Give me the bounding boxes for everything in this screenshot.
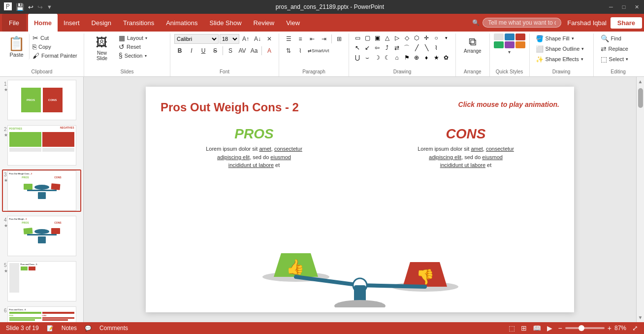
- shape-rect[interactable]: ▭: [353, 33, 362, 42]
- arrange-button[interactable]: ⧉ Arrange: [460, 33, 485, 56]
- shape-fill-btn[interactable]: 🪣 Shape Fill ▾: [534, 33, 586, 43]
- shape-arrow4[interactable]: ⤴: [383, 43, 391, 52]
- convert-smartart-btn[interactable]: ⇄SmartArt: [307, 45, 330, 56]
- zoom-out-btn[interactable]: −: [558, 324, 562, 332]
- comments-btn[interactable]: Comments: [99, 325, 128, 332]
- notes-btn[interactable]: Notes: [62, 325, 77, 332]
- slide-thumb-4[interactable]: 4 ★ Pros Out Weigh - 3 PROS CONS: [2, 215, 81, 257]
- shape-fill-dropdown[interactable]: ▾: [572, 36, 574, 41]
- slide-thumb-3[interactable]: 3 ★ Pros Out Weigh Cons - 2 PROS CONS: [2, 169, 81, 212]
- numbering-btn[interactable]: ≡: [295, 33, 306, 44]
- shape-hexa[interactable]: ⬡: [412, 33, 421, 42]
- new-slide-button[interactable]: 🖼 New Slide: [88, 33, 116, 63]
- qs-item-2[interactable]: [505, 33, 515, 40]
- slide-sorter-btn[interactable]: ⊞: [521, 324, 527, 332]
- shape-outline-dropdown[interactable]: ▾: [581, 46, 584, 51]
- shape-circ[interactable]: ○: [432, 33, 441, 42]
- shape-arrow5[interactable]: ⇄: [392, 43, 401, 52]
- shape-b10[interactable]: ✿: [442, 53, 451, 62]
- redo-icon[interactable]: ↪: [37, 3, 43, 11]
- shape-line2[interactable]: ╲: [422, 43, 431, 52]
- slide-canvas[interactable]: Pros Out Weigh Cons - 2 Click mouse to p…: [146, 87, 574, 312]
- font-color-btn[interactable]: A: [264, 45, 275, 56]
- shape-arrow1[interactable]: ↖: [353, 43, 362, 52]
- italic-btn[interactable]: I: [186, 45, 197, 56]
- shape-arrow2[interactable]: ↙: [363, 43, 372, 52]
- bullets-btn[interactable]: ☰: [283, 33, 294, 44]
- customize-icon[interactable]: ▼: [47, 4, 52, 10]
- font-size-select[interactable]: 18: [220, 34, 239, 44]
- menu-view[interactable]: View: [280, 14, 306, 32]
- decrease-font-btn[interactable]: A↓: [252, 33, 263, 44]
- reading-view-btn[interactable]: 📖: [533, 324, 541, 332]
- slide-thumb-5[interactable]: 5 ★ Pros and Cons - 5: [2, 260, 81, 302]
- select-button[interactable]: ⬚ Select ▾: [598, 54, 632, 64]
- shape-curve[interactable]: ⌒: [402, 43, 411, 52]
- zoom-slider[interactable]: [565, 327, 605, 329]
- normal-view-btn[interactable]: ⬚: [509, 324, 515, 332]
- paste-button[interactable]: 📋 Paste: [4, 33, 30, 60]
- replace-button[interactable]: ⇄ Replace: [598, 44, 632, 54]
- increase-indent-btn[interactable]: ⇥: [319, 33, 329, 44]
- restore-btn[interactable]: □: [620, 3, 627, 10]
- shape-effects-btn[interactable]: ✨ Shape Effects ▾: [534, 54, 586, 64]
- share-button[interactable]: Share: [611, 17, 642, 29]
- select-dropdown[interactable]: ▾: [626, 57, 628, 62]
- shape-b3[interactable]: ☽: [373, 53, 382, 62]
- qs-item-3[interactable]: [515, 33, 525, 40]
- reset-button[interactable]: ↺ Reset: [117, 42, 166, 51]
- shape-b7[interactable]: ⊕: [412, 53, 421, 62]
- close-btn[interactable]: ✕: [633, 3, 640, 10]
- slide-thumb-2[interactable]: 2 ★ POSITIVES NEGATIVES: [2, 124, 81, 167]
- slide-thumb-1[interactable]: 1 ★ PROS CONS: [2, 79, 81, 121]
- scroll-thumb[interactable]: [638, 88, 643, 108]
- qs-item-5[interactable]: [505, 41, 515, 48]
- underline-btn[interactable]: U: [198, 45, 209, 56]
- find-button[interactable]: 🔍 Find: [598, 33, 632, 43]
- undo-icon[interactable]: ↩: [28, 3, 33, 11]
- shape-arrow3[interactable]: ⇦: [373, 43, 382, 52]
- clear-format-btn[interactable]: ✕: [264, 33, 275, 44]
- menu-animations[interactable]: Animations: [160, 14, 203, 32]
- menu-home[interactable]: Home: [28, 14, 58, 32]
- text-dir-btn[interactable]: ⇅: [283, 45, 294, 56]
- char-spacing-btn[interactable]: AV: [237, 45, 248, 56]
- text-shadow-btn[interactable]: S: [225, 45, 236, 56]
- decrease-indent-btn[interactable]: ⇤: [307, 33, 318, 44]
- shape-b1[interactable]: ⋃: [353, 53, 362, 62]
- strikethrough-btn[interactable]: S: [210, 45, 221, 56]
- qs-item-4[interactable]: [494, 41, 504, 48]
- slide-thumb-6[interactable]: 6 Pros and Cons - 6 PROS: [2, 305, 81, 322]
- shape-b9[interactable]: ★: [432, 53, 441, 62]
- presenter-view-btn[interactable]: ▶: [547, 324, 552, 332]
- font-family-select[interactable]: Calibri: [174, 34, 219, 44]
- shape-line3[interactable]: ⌇: [432, 43, 441, 52]
- menu-design[interactable]: Design: [86, 14, 117, 32]
- quickstyles-dropdown[interactable]: ▾: [508, 49, 511, 55]
- shape-effects-dropdown[interactable]: ▾: [581, 57, 583, 62]
- zoom-in-btn[interactable]: +: [608, 324, 612, 332]
- save-icon[interactable]: 💾: [16, 3, 24, 11]
- increase-font-btn[interactable]: A↑: [240, 33, 251, 44]
- shape-outline-btn[interactable]: ⬜ Shape Outline ▾: [534, 44, 586, 54]
- shape-b2[interactable]: ⌣: [363, 53, 372, 62]
- shape-rounded[interactable]: ▣: [373, 33, 382, 42]
- section-button[interactable]: § Section ▾: [117, 51, 166, 60]
- shape-plus[interactable]: ✛: [422, 33, 431, 42]
- qs-item-6[interactable]: [515, 41, 525, 48]
- cut-button[interactable]: ✂ Cut: [31, 33, 80, 42]
- menu-slideshow[interactable]: Slide Show: [203, 14, 247, 32]
- shape-b5[interactable]: ⌂: [392, 53, 401, 62]
- layout-button[interactable]: ▦ Layout ▾: [117, 33, 166, 42]
- col-count-btn[interactable]: ⊞: [334, 33, 345, 44]
- change-case-btn[interactable]: Aa: [249, 45, 259, 56]
- shape-b8[interactable]: ♦: [422, 53, 431, 62]
- shape-b4[interactable]: ☾: [383, 53, 391, 62]
- minimize-btn[interactable]: ─: [608, 3, 614, 10]
- shape-more[interactable]: ▾: [442, 33, 451, 42]
- scroll-up-arrow[interactable]: ▲: [636, 77, 644, 86]
- qs-item-1[interactable]: [494, 33, 504, 40]
- shape-line[interactable]: ╱: [412, 43, 421, 52]
- shape-rect2[interactable]: ▢: [363, 33, 372, 42]
- menu-transitions[interactable]: Transitions: [117, 14, 160, 32]
